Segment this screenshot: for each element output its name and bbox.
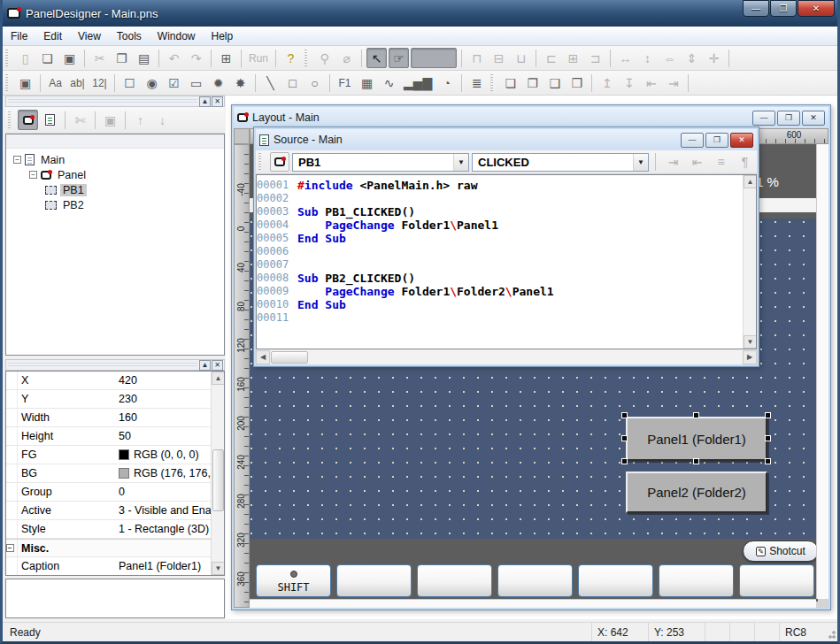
resize-grip-icon[interactable] <box>823 623 837 641</box>
menu-edit[interactable]: Edit <box>35 27 70 45</box>
selection-handle[interactable] <box>693 458 699 464</box>
lamp-icon[interactable]: ✹ <box>208 73 228 93</box>
show-source-icon[interactable] <box>40 110 60 130</box>
function-button-6[interactable] <box>659 564 734 597</box>
code-line[interactable]: 00003Sub PB1_CLICKED() <box>257 205 743 218</box>
checkbox-icon[interactable]: ☑ <box>164 73 184 93</box>
editor-vscrollbar[interactable]: ▲ ▼ <box>743 175 756 349</box>
menu-tools[interactable]: Tools <box>109 27 150 45</box>
tree-item-main[interactable]: −Main <box>6 152 224 167</box>
bring-to-front-icon[interactable]: ❏ <box>500 73 520 93</box>
function-key-button[interactable]: F1 <box>335 73 355 93</box>
tree-item-panel[interactable]: −Panel <box>6 167 224 182</box>
code-line[interactable]: 00008Sub PB2_CLICKED() <box>257 272 743 285</box>
menu-help[interactable]: Help <box>204 27 242 45</box>
source-window[interactable]: Source - Main —❐✕ PB1 ▼ CLICKED ▼ ⇥⇤≡¶ 0… <box>253 126 759 367</box>
restore-button[interactable]: ❐ <box>777 111 800 126</box>
open-icon[interactable]: ❏ <box>37 48 58 68</box>
event-combo[interactable]: CLICKED ▼ <box>472 153 649 172</box>
scroll-down-icon[interactable]: ▼ <box>744 335 757 349</box>
selection-handle[interactable] <box>693 412 699 418</box>
property-row-x[interactable]: X420 <box>6 372 211 390</box>
blank-tool-icon[interactable] <box>411 48 457 68</box>
code-area[interactable]: 00001#include <PanelMain.h> raw000020000… <box>257 175 743 349</box>
paste-icon[interactable]: ▤ <box>134 48 154 68</box>
tree-expand-icon[interactable]: − <box>29 171 37 179</box>
property-row-misc[interactable]: −Misc. <box>6 539 211 557</box>
form-icon[interactable]: ▣ <box>15 73 35 93</box>
menu-window[interactable]: Window <box>150 27 204 45</box>
close-pane-icon[interactable]: ✕ <box>212 360 223 371</box>
menu-file[interactable]: File <box>3 27 35 45</box>
selection-handle[interactable] <box>621 435 628 441</box>
tree-expand-icon[interactable]: − <box>13 156 21 164</box>
scroll-thumb[interactable] <box>212 449 224 511</box>
property-row-width[interactable]: Width160 <box>6 409 211 427</box>
collapse-up-icon[interactable]: ▲ <box>199 360 211 371</box>
scroll-up-icon[interactable]: ▲ <box>744 175 757 188</box>
maximize-button[interactable]: ❐ <box>770 0 797 17</box>
selection-handle[interactable] <box>621 458 628 464</box>
lamp-alt-icon[interactable]: ✸ <box>230 73 250 93</box>
property-row-bg[interactable]: BGRGB (176, 176, 1 <box>6 464 211 483</box>
close-button[interactable]: ✕ <box>802 111 825 126</box>
property-row-caption[interactable]: CaptionPanel1 (Folder1) <box>6 557 211 576</box>
select-tool-icon[interactable]: ↖ <box>366 48 387 68</box>
canvas-hscroll[interactable] <box>250 599 816 608</box>
property-value[interactable]: RGB (0, 0, 0) <box>115 448 211 461</box>
tree-item-pb2[interactable]: PB2 <box>6 197 224 212</box>
designed-panel-button-2[interactable]: Panel2 (Folder2) <box>626 472 767 513</box>
chevron-down-icon[interactable]: ▼ <box>633 154 648 171</box>
print-icon[interactable]: ⊞ <box>216 48 236 68</box>
editor-hscrollbar[interactable]: ◀ ▶ <box>256 350 757 364</box>
code-line[interactable]: 00009 PageChange Folder1\Folder2\Panel1 <box>257 285 743 298</box>
table-control-icon[interactable]: ▦ <box>357 73 377 93</box>
property-value[interactable]: RGB (176, 176, 1 <box>115 467 211 479</box>
minimize-button[interactable]: — <box>752 111 775 126</box>
close-pane-icon[interactable]: ✕ <box>212 96 223 107</box>
scroll-down-icon[interactable]: ▼ <box>212 562 225 575</box>
property-row-fg[interactable]: FGRGB (0, 0, 0) <box>6 446 211 464</box>
property-value[interactable]: Panel1 (Folder1) <box>115 560 211 572</box>
show-layout-icon[interactable] <box>18 110 38 130</box>
groupbox-icon[interactable]: ☐ <box>119 73 140 93</box>
project-tree[interactable]: −Main−PanelPB1PB2 <box>5 134 225 356</box>
code-line[interactable]: 00005End Sub <box>257 232 743 245</box>
title-bar[interactable]: PanelDesigner - Main.pns —❐✕ <box>0 0 840 27</box>
function-button-4[interactable] <box>497 564 573 597</box>
group-collapse-icon[interactable]: − <box>6 544 14 552</box>
collapse-up-icon[interactable]: ▲ <box>199 96 211 107</box>
panel-select-button[interactable] <box>270 152 289 172</box>
line-shape-icon[interactable]: ╲ <box>260 73 281 93</box>
canvas-vscroll[interactable] <box>816 144 828 599</box>
textfield-button[interactable]: ab| <box>67 73 88 93</box>
line-graph-icon[interactable]: ∿ <box>379 73 399 93</box>
layers-icon[interactable]: ≣ <box>466 73 487 93</box>
code-line[interactable]: 00004 PageChange Folder1\Panel1 <box>257 218 743 232</box>
chevron-down-icon[interactable]: ▼ <box>453 154 468 171</box>
meter-icon[interactable]: ◔ <box>436 73 457 93</box>
code-line[interactable]: 00002 <box>257 192 743 205</box>
property-grid-scrollbar[interactable]: ▲ ▼ <box>211 372 224 575</box>
property-row-style[interactable]: Style1 - Rectangle (3D) <box>6 520 211 539</box>
pushbutton-icon[interactable]: ▭ <box>186 73 206 93</box>
property-value[interactable]: 0 <box>115 486 211 498</box>
source-window-titlebar[interactable]: Source - Main —❐✕ <box>256 129 757 150</box>
help-icon[interactable]: ? <box>281 48 301 68</box>
function-button-3[interactable] <box>417 564 492 597</box>
function-button-7[interactable] <box>739 564 814 597</box>
property-row-active[interactable]: Active3 - Visible and Enabl <box>6 502 211 520</box>
font-button[interactable]: Aa <box>45 73 66 93</box>
property-value[interactable]: 420 <box>115 374 211 387</box>
pan-tool-icon[interactable]: ☞ <box>389 48 409 68</box>
property-value[interactable]: 3 - Visible and Enabl <box>115 504 211 517</box>
layout-window-titlebar[interactable]: Layout - Main —❐✕ <box>234 107 828 128</box>
rect-shape-icon[interactable]: □ <box>282 73 303 93</box>
selection-handle[interactable] <box>765 458 771 464</box>
bar-graph-icon[interactable]: ▂▅▇ <box>401 73 435 93</box>
selection-handle[interactable] <box>621 412 628 418</box>
property-pane-splitter[interactable]: ▲ ✕ <box>5 359 225 371</box>
minimize-button[interactable]: — <box>743 0 769 17</box>
function-button-1[interactable]: SHIFT <box>256 564 331 597</box>
property-value[interactable]: 230 <box>115 393 211 405</box>
